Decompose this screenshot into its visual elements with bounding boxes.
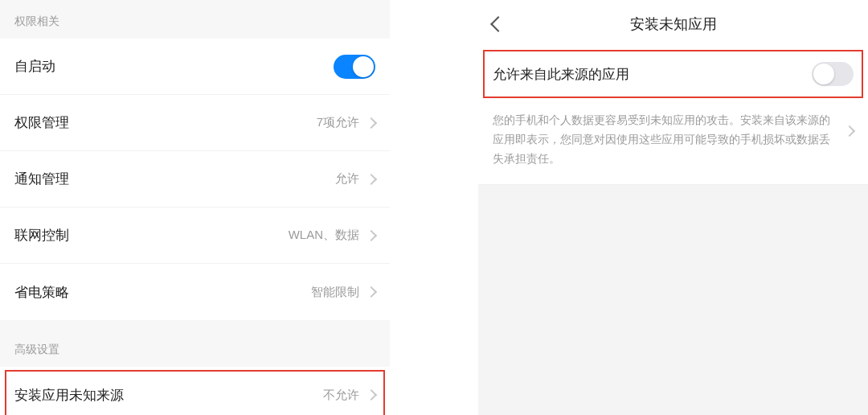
empty-background	[478, 185, 868, 415]
row-network-ctrl-label: 联网控制	[14, 226, 289, 244]
row-notif-mgmt-label: 通知管理	[14, 170, 335, 188]
section-header-advanced: 高级设置	[0, 328, 390, 367]
row-power-policy[interactable]: 省电策略 智能限制	[0, 264, 390, 320]
topbar: 安装未知应用	[478, 0, 868, 48]
chevron-right-icon	[366, 229, 377, 240]
chevron-right-icon	[366, 173, 377, 184]
allow-source-toggle[interactable]	[812, 62, 854, 86]
autostart-toggle[interactable]	[334, 55, 375, 79]
screenshot-gap	[390, 0, 478, 415]
row-notif-mgmt-value: 允许	[335, 171, 359, 187]
row-network-ctrl[interactable]: 联网控制 WLAN、数据	[0, 208, 390, 264]
chevron-right-icon	[366, 286, 377, 298]
row-perm-mgmt-value: 7项允许	[317, 115, 359, 130]
advanced-group: 安装应用未知来源 不允许	[0, 367, 390, 415]
row-autostart-label: 自启动	[14, 57, 334, 76]
page-title: 安装未知应用	[478, 14, 868, 34]
chevron-right-icon	[844, 125, 855, 137]
row-network-ctrl-value: WLAN、数据	[289, 228, 359, 243]
section-spacer	[0, 320, 390, 328]
row-perm-mgmt-label: 权限管理	[14, 113, 317, 132]
row-power-policy-label: 省电策略	[14, 283, 311, 302]
chevron-right-icon	[366, 117, 377, 128]
description-block[interactable]: 您的手机和个人数据更容易受到未知应用的攻击。安装来自该来源的应用即表示，您同意对…	[478, 100, 868, 185]
toggle-knob	[353, 56, 374, 77]
row-install-unknown-label: 安装应用未知来源	[14, 386, 323, 405]
row-power-policy-value: 智能限制	[311, 285, 359, 300]
row-install-unknown-value: 不允许	[323, 388, 359, 403]
chevron-right-icon	[366, 389, 377, 401]
permissions-group: 自启动 权限管理 7项允许 通知管理 允许 联网控制 WLAN、数据 省电策略 …	[0, 39, 390, 320]
row-allow-source[interactable]: 允许来自此来源的应用	[478, 48, 868, 100]
description-text: 您的手机和个人数据更容易受到未知应用的攻击。安装来自该来源的应用即表示，您同意对…	[493, 111, 845, 168]
toggle-knob	[813, 64, 834, 84]
row-allow-source-label: 允许来自此来源的应用	[493, 65, 812, 84]
row-install-unknown[interactable]: 安装应用未知来源 不允许	[0, 367, 390, 415]
section-header-permissions: 权限相关	[0, 0, 390, 39]
row-notif-mgmt[interactable]: 通知管理 允许	[0, 151, 390, 208]
row-autostart[interactable]: 自启动	[0, 39, 390, 95]
back-icon[interactable]	[490, 16, 506, 32]
row-perm-mgmt[interactable]: 权限管理 7项允许	[0, 95, 390, 151]
